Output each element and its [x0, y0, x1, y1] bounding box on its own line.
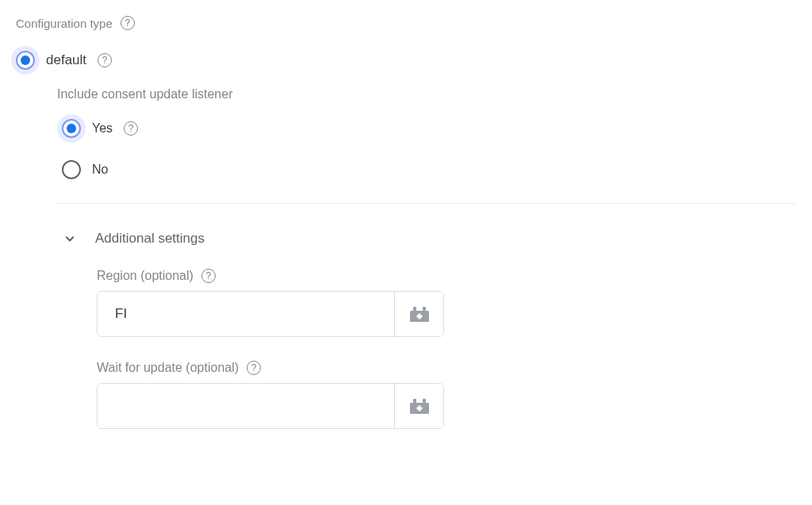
- consent-listener-label: Include consent update listener: [57, 87, 796, 101]
- region-input-wrap: [97, 291, 444, 337]
- variable-picker-button[interactable]: [394, 384, 443, 428]
- divider: [57, 203, 796, 204]
- region-label: Region (optional) ?: [97, 269, 796, 283]
- wait-for-update-input-wrap: [97, 383, 444, 429]
- radio-unselected-icon: [62, 160, 81, 179]
- consent-listener-no-label: No: [92, 163, 108, 177]
- help-icon[interactable]: ?: [124, 121, 138, 136]
- additional-settings-toggle[interactable]: Additional settings: [57, 231, 796, 247]
- config-type-option-default[interactable]: default ?: [16, 51, 796, 70]
- configuration-type-label: Configuration type ?: [16, 16, 796, 30]
- svg-rect-2: [423, 307, 426, 311]
- variable-picker-icon: [409, 305, 430, 323]
- radio-selected-icon: [62, 119, 81, 138]
- consent-listener-yes-label: Yes: [92, 121, 113, 136]
- variable-picker-button[interactable]: [394, 292, 443, 336]
- region-field: Region (optional) ?: [97, 269, 796, 337]
- wait-for-update-label: Wait for update (optional) ?: [97, 361, 796, 375]
- region-input[interactable]: [98, 292, 394, 336]
- svg-rect-4: [416, 316, 422, 318]
- svg-rect-6: [413, 399, 416, 403]
- chevron-down-icon: [62, 231, 78, 247]
- wait-for-update-label-text: Wait for update (optional): [97, 361, 239, 375]
- svg-rect-9: [416, 407, 422, 410]
- config-type-option-label: default: [46, 52, 86, 68]
- svg-rect-1: [413, 307, 416, 311]
- help-icon[interactable]: ?: [98, 53, 112, 67]
- help-icon[interactable]: ?: [121, 16, 135, 30]
- svg-rect-7: [423, 399, 426, 403]
- configuration-type-text: Configuration type: [16, 17, 113, 30]
- wait-for-update-field: Wait for update (optional) ?: [97, 361, 796, 429]
- region-label-text: Region (optional): [97, 269, 193, 283]
- additional-settings-title: Additional settings: [95, 231, 205, 247]
- consent-listener-no[interactable]: No: [57, 160, 796, 179]
- wait-for-update-input[interactable]: [98, 384, 394, 428]
- radio-selected-icon: [16, 51, 35, 70]
- help-icon[interactable]: ?: [201, 269, 216, 283]
- variable-picker-icon: [409, 397, 430, 415]
- help-icon[interactable]: ?: [247, 361, 261, 375]
- consent-listener-yes[interactable]: Yes ?: [57, 119, 796, 138]
